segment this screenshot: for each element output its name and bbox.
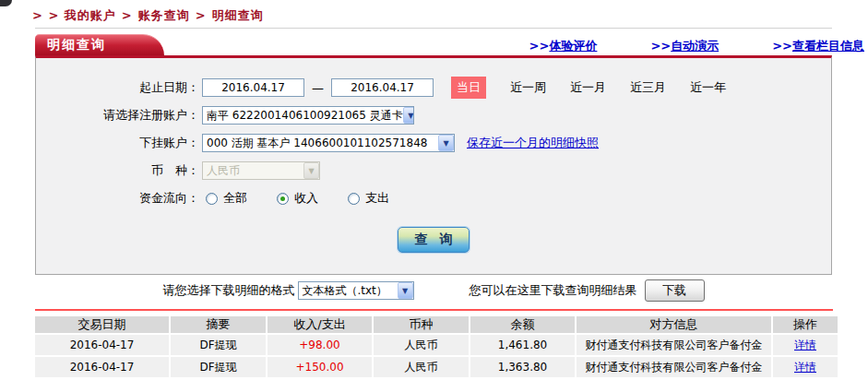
link-experience-review[interactable]: >>体验评价 [529, 38, 598, 54]
col-header-counterparty: 对方信息 [577, 316, 773, 333]
col-header-date: 交易日期 [35, 316, 171, 333]
breadcrumb-divider [35, 28, 832, 29]
detail-query-page: { "colors": { "accent_red": "#b5122b", "… [0, 0, 868, 392]
register-account-label: 请选择注册账户： [36, 107, 199, 124]
top-links: >>体验评价 >>自动演示 >>查看栏目信息 [529, 38, 864, 54]
download-hint: 您可以在这里下载查询明细结果 [470, 282, 637, 299]
cell-currency: 人民币 [374, 357, 470, 377]
breadcrumb-separator: > [196, 8, 207, 22]
table-header-row: 交易日期 摘要 收入/支出 币种 余额 对方信息 操作 [35, 316, 838, 333]
breadcrumb-item-account-query[interactable]: 账务查询 [138, 8, 190, 22]
query-button-row: 查 询 [36, 227, 831, 253]
download-format-value: 文本格式（.txt） [299, 283, 387, 299]
query-form-panel: 起止日期： — 当日 近一周 近一月 近三月 近一年 请选择注册账户： 南平 6… [35, 55, 832, 275]
date-range-label: 起止日期： [36, 79, 199, 96]
chevron-down-icon: ▼ [438, 135, 454, 151]
link-auto-demo[interactable]: >>自动演示 [650, 38, 719, 54]
download-format-select[interactable]: 文本格式（.txt） ▼ [298, 281, 414, 300]
cell-amount: +150.00 [268, 357, 374, 377]
download-button[interactable]: 下载 [645, 279, 705, 302]
flow-direction-label: 资金流向： [36, 190, 199, 207]
start-date-input[interactable] [202, 78, 304, 97]
query-button[interactable]: 查 询 [398, 227, 470, 253]
breadcrumb-item-detail-query[interactable]: 明细查询 [212, 8, 264, 22]
quick-range-today[interactable]: 当日 [451, 77, 486, 99]
cell-currency: 人民币 [374, 335, 470, 355]
flow-option-all[interactable]: 全部 [206, 190, 247, 207]
flow-option-expense-label: 支出 [365, 190, 389, 207]
page-corner-decor [0, 0, 12, 6]
cell-counterparty: 财付通支付科技有限公司客户备付金 [577, 357, 773, 377]
sub-account-select[interactable]: 000 活期 基本户 1406600101102571848 ▼ [202, 134, 455, 152]
cell-balance: 1,461.80 [470, 335, 577, 355]
date-range-row: 起止日期： — 当日 近一周 近一月 近三月 近一年 [36, 74, 831, 101]
flow-radio-2 [348, 193, 360, 205]
table-row: 2016-04-17 DF提现 +150.00 人民币 1,363.80 财付通… [35, 357, 838, 377]
cell-date: 2016-04-17 [35, 335, 171, 355]
sub-account-row: 下挂账户： 000 活期 基本户 1406600101102571848 ▼ 保… [36, 129, 831, 157]
cell-summary: DF提现 [171, 335, 268, 355]
currency-select: 人民币 ▼ [202, 161, 320, 180]
cell-balance: 1,363.80 [470, 357, 577, 377]
breadcrumb: > > 我的账户>账务查询>明细查询 [32, 7, 264, 24]
breadcrumb-separator: > [122, 8, 133, 22]
currency-label: 币 种： [36, 162, 199, 179]
col-header-action: 操作 [773, 316, 838, 333]
quick-range-year[interactable]: 近一年 [690, 79, 726, 96]
table-row: 2016-04-17 DF提现 +98.00 人民币 1,461.80 财付通支… [35, 335, 838, 355]
save-snapshot-link[interactable]: 保存近一个月的明细快照 [467, 135, 599, 151]
cell-amount: +98.00 [268, 335, 374, 355]
col-header-summary: 摘要 [171, 316, 268, 333]
flow-option-expense[interactable]: 支出 [348, 190, 389, 207]
register-account-value: 南平 6222001406100921065 灵通卡 [203, 108, 403, 124]
tab-detail-query[interactable]: 明细查询 [35, 34, 164, 55]
flow-option-income[interactable]: 收入 [277, 190, 318, 207]
register-account-row: 请选择注册账户： 南平 6222001406100921065 灵通卡 ▼ [36, 101, 831, 129]
col-header-amount: 收入/支出 [268, 316, 374, 333]
currency-value: 人民币 [203, 163, 240, 179]
col-header-currency: 币种 [374, 316, 470, 333]
col-header-balance: 余额 [470, 316, 577, 333]
section-divider [35, 309, 833, 311]
flow-radio-1 [277, 193, 289, 205]
quick-range-quarter[interactable]: 近三月 [630, 79, 666, 96]
tab-label: 明细查询 [47, 37, 106, 53]
flow-direction-row: 资金流向： 全部 收入 支出 [36, 184, 831, 212]
sub-account-label: 下挂账户： [36, 135, 199, 151]
sub-account-value: 000 活期 基本户 1406600101102571848 [203, 136, 427, 151]
chevron-down-icon: ▼ [403, 107, 414, 124]
end-date-input[interactable] [331, 78, 434, 97]
download-row: 请您选择下载明细的格式 文本格式（.txt） ▼ 您可以在这里下载查询明细结果 … [35, 279, 832, 303]
cell-summary: DF提现 [171, 357, 268, 377]
breadcrumb-item-my-account[interactable]: 我的账户 [65, 8, 116, 22]
date-dash: — [312, 81, 324, 95]
quick-range-month[interactable]: 近一月 [570, 79, 606, 96]
register-account-select[interactable]: 南平 6222001406100921065 灵通卡 ▼ [202, 106, 414, 125]
link-view-column-info[interactable]: >>查看栏目信息 [772, 38, 864, 54]
breadcrumb-prefix: > > [32, 8, 59, 22]
detail-link[interactable]: 详情 [794, 361, 816, 374]
flow-option-all-label: 全部 [223, 190, 247, 207]
cell-date: 2016-04-17 [35, 357, 171, 377]
currency-row: 币 种： 人民币 ▼ [36, 157, 831, 184]
results-table: 交易日期 摘要 收入/支出 币种 余额 对方信息 操作 2016-04-17 D… [35, 315, 838, 379]
detail-link[interactable]: 详情 [794, 339, 816, 351]
quick-range-week[interactable]: 近一周 [510, 79, 546, 96]
flow-option-income-label: 收入 [294, 190, 318, 207]
flow-radio-0 [206, 193, 218, 205]
chevron-down-icon: ▼ [398, 282, 413, 299]
download-format-label: 请您选择下载明细的格式 [163, 282, 295, 299]
cell-counterparty: 财付通支付科技有限公司客户备付金 [577, 335, 773, 355]
chevron-down-icon: ▼ [303, 162, 319, 179]
